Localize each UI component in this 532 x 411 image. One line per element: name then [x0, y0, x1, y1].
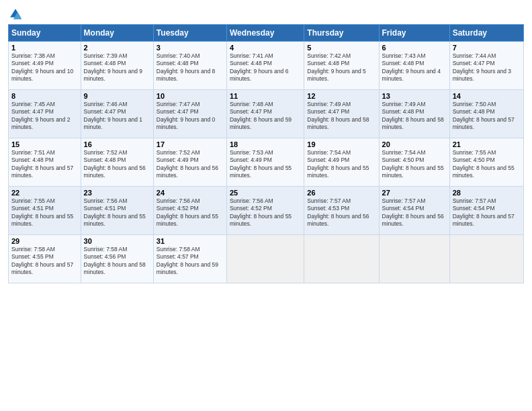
header-monday: Monday [81, 25, 153, 42]
calendar-cell: 4 Sunrise: 7:41 AMSunset: 4:48 PMDayligh… [226, 42, 304, 90]
day-number: 22 [11, 189, 78, 197]
week-row-3: 15 Sunrise: 7:51 AMSunset: 4:48 PMDaylig… [9, 138, 524, 187]
calendar-cell [379, 235, 449, 283]
day-number: 2 [84, 44, 150, 52]
day-number: 14 [453, 92, 521, 100]
calendar-cell: 14 Sunrise: 7:50 AMSunset: 4:48 PMDaylig… [449, 90, 523, 138]
header-wednesday: Wednesday [226, 25, 304, 42]
day-info: Sunrise: 7:57 AMSunset: 4:53 PMDaylight:… [307, 197, 375, 228]
week-row-1: 1 Sunrise: 7:38 AMSunset: 4:49 PMDayligh… [9, 42, 524, 90]
day-info: Sunrise: 7:54 AMSunset: 4:50 PMDaylight:… [382, 149, 447, 180]
header-row: SundayMondayTuesdayWednesdayThursdayFrid… [9, 25, 524, 42]
calendar-cell: 3 Sunrise: 7:40 AMSunset: 4:48 PMDayligh… [153, 42, 226, 90]
calendar-cell: 22 Sunrise: 7:55 AMSunset: 4:51 PMDaylig… [9, 187, 81, 235]
day-number: 25 [230, 189, 301, 197]
calendar-cell: 9 Sunrise: 7:46 AMSunset: 4:47 PMDayligh… [81, 90, 153, 138]
calendar-cell: 12 Sunrise: 7:49 AMSunset: 4:47 PMDaylig… [304, 90, 379, 138]
calendar-cell: 28 Sunrise: 7:57 AMSunset: 4:54 PMDaylig… [449, 187, 523, 235]
day-info: Sunrise: 7:40 AMSunset: 4:48 PMDaylight:… [157, 52, 224, 83]
day-info: Sunrise: 7:52 AMSunset: 4:48 PMDaylight:… [84, 149, 150, 180]
day-info: Sunrise: 7:49 AMSunset: 4:48 PMDaylight:… [382, 101, 447, 132]
calendar-cell: 18 Sunrise: 7:53 AMSunset: 4:49 PMDaylig… [226, 138, 304, 187]
day-number: 24 [157, 189, 224, 197]
day-number: 6 [382, 44, 447, 52]
day-info: Sunrise: 7:45 AMSunset: 4:47 PMDaylight:… [11, 101, 78, 132]
day-number: 16 [84, 140, 150, 148]
day-info: Sunrise: 7:38 AMSunset: 4:49 PMDaylight:… [11, 52, 78, 83]
day-number: 11 [230, 92, 301, 100]
calendar-cell: 2 Sunrise: 7:39 AMSunset: 4:48 PMDayligh… [81, 42, 153, 90]
logo [8, 7, 26, 21]
header [8, 7, 524, 21]
calendar-cell [304, 235, 379, 283]
day-number: 26 [307, 189, 375, 197]
day-info: Sunrise: 7:56 AMSunset: 4:52 PMDaylight:… [157, 197, 224, 228]
calendar-cell: 30 Sunrise: 7:58 AMSunset: 4:56 PMDaylig… [81, 235, 153, 283]
day-info: Sunrise: 7:51 AMSunset: 4:48 PMDaylight:… [11, 149, 78, 180]
week-row-4: 22 Sunrise: 7:55 AMSunset: 4:51 PMDaylig… [9, 187, 524, 235]
day-number: 1 [11, 44, 78, 52]
calendar-cell: 26 Sunrise: 7:57 AMSunset: 4:53 PMDaylig… [304, 187, 379, 235]
day-info: Sunrise: 7:53 AMSunset: 4:49 PMDaylight:… [230, 149, 301, 180]
day-number: 19 [307, 140, 375, 148]
calendar-header: SundayMondayTuesdayWednesdayThursdayFrid… [9, 25, 524, 42]
calendar-cell: 7 Sunrise: 7:44 AMSunset: 4:47 PMDayligh… [449, 42, 523, 90]
calendar-cell [449, 235, 523, 283]
day-info: Sunrise: 7:41 AMSunset: 4:48 PMDaylight:… [230, 52, 301, 83]
week-row-5: 29 Sunrise: 7:58 AMSunset: 4:55 PMDaylig… [9, 235, 524, 283]
calendar-cell: 15 Sunrise: 7:51 AMSunset: 4:48 PMDaylig… [9, 138, 81, 187]
day-info: Sunrise: 7:54 AMSunset: 4:49 PMDaylight:… [307, 149, 375, 180]
day-number: 13 [382, 92, 447, 100]
day-number: 8 [11, 92, 78, 100]
day-number: 4 [230, 44, 301, 52]
day-number: 31 [157, 237, 224, 245]
header-saturday: Saturday [449, 25, 523, 42]
day-info: Sunrise: 7:55 AMSunset: 4:50 PMDaylight:… [453, 149, 521, 180]
day-number: 5 [307, 44, 375, 52]
day-info: Sunrise: 7:44 AMSunset: 4:47 PMDaylight:… [453, 52, 521, 83]
day-info: Sunrise: 7:58 AMSunset: 4:57 PMDaylight:… [157, 246, 224, 277]
day-info: Sunrise: 7:43 AMSunset: 4:48 PMDaylight:… [382, 52, 447, 83]
calendar-cell: 24 Sunrise: 7:56 AMSunset: 4:52 PMDaylig… [153, 187, 226, 235]
day-info: Sunrise: 7:55 AMSunset: 4:51 PMDaylight:… [11, 197, 78, 228]
week-row-2: 8 Sunrise: 7:45 AMSunset: 4:47 PMDayligh… [9, 90, 524, 138]
calendar-cell: 8 Sunrise: 7:45 AMSunset: 4:47 PMDayligh… [9, 90, 81, 138]
calendar-cell: 10 Sunrise: 7:47 AMSunset: 4:47 PMDaylig… [153, 90, 226, 138]
day-info: Sunrise: 7:52 AMSunset: 4:49 PMDaylight:… [157, 149, 224, 180]
day-number: 9 [84, 92, 150, 100]
day-number: 18 [230, 140, 301, 148]
day-info: Sunrise: 7:58 AMSunset: 4:56 PMDaylight:… [84, 246, 150, 277]
header-friday: Friday [379, 25, 449, 42]
day-info: Sunrise: 7:42 AMSunset: 4:48 PMDaylight:… [307, 52, 375, 83]
day-info: Sunrise: 7:58 AMSunset: 4:55 PMDaylight:… [11, 246, 78, 277]
calendar-cell: 19 Sunrise: 7:54 AMSunset: 4:49 PMDaylig… [304, 138, 379, 187]
calendar-cell: 23 Sunrise: 7:56 AMSunset: 4:51 PMDaylig… [81, 187, 153, 235]
day-number: 30 [84, 237, 150, 245]
calendar-cell: 20 Sunrise: 7:54 AMSunset: 4:50 PMDaylig… [379, 138, 449, 187]
calendar-cell: 1 Sunrise: 7:38 AMSunset: 4:49 PMDayligh… [9, 42, 81, 90]
header-sunday: Sunday [9, 25, 81, 42]
day-info: Sunrise: 7:46 AMSunset: 4:47 PMDaylight:… [84, 101, 150, 132]
calendar-cell: 5 Sunrise: 7:42 AMSunset: 4:48 PMDayligh… [304, 42, 379, 90]
calendar-table: SundayMondayTuesdayWednesdayThursdayFrid… [8, 24, 524, 283]
day-number: 28 [453, 189, 521, 197]
day-number: 21 [453, 140, 521, 148]
calendar-cell: 29 Sunrise: 7:58 AMSunset: 4:55 PMDaylig… [9, 235, 81, 283]
day-number: 3 [157, 44, 224, 52]
day-info: Sunrise: 7:56 AMSunset: 4:52 PMDaylight:… [230, 197, 301, 228]
day-info: Sunrise: 7:50 AMSunset: 4:48 PMDaylight:… [453, 101, 521, 132]
day-info: Sunrise: 7:57 AMSunset: 4:54 PMDaylight:… [453, 197, 521, 228]
header-tuesday: Tuesday [153, 25, 226, 42]
day-number: 7 [453, 44, 521, 52]
calendar-cell: 17 Sunrise: 7:52 AMSunset: 4:49 PMDaylig… [153, 138, 226, 187]
header-thursday: Thursday [304, 25, 379, 42]
logo-icon [8, 7, 23, 21]
calendar-body: 1 Sunrise: 7:38 AMSunset: 4:49 PMDayligh… [9, 42, 524, 283]
day-number: 23 [84, 189, 150, 197]
day-number: 10 [157, 92, 224, 100]
day-number: 27 [382, 189, 447, 197]
day-info: Sunrise: 7:56 AMSunset: 4:51 PMDaylight:… [84, 197, 150, 228]
day-info: Sunrise: 7:47 AMSunset: 4:47 PMDaylight:… [157, 101, 224, 132]
calendar-cell: 31 Sunrise: 7:58 AMSunset: 4:57 PMDaylig… [153, 235, 226, 283]
calendar-cell: 25 Sunrise: 7:56 AMSunset: 4:52 PMDaylig… [226, 187, 304, 235]
